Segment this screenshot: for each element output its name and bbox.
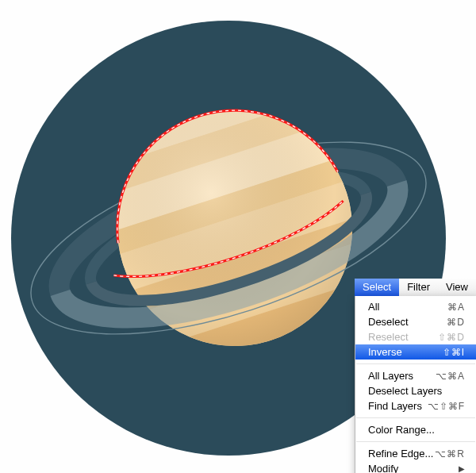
app-menubar[interactable]: SelectFilterViewWindo [355, 279, 476, 297]
menu-separator [356, 363, 475, 364]
menu-item-deselect[interactable]: Deselect ⌘D [355, 314, 476, 329]
menu-item-label: All [368, 301, 447, 313]
menu-item-label: All Layers [368, 370, 436, 382]
menu-item-refine-edge[interactable]: Refine Edge... ⌥⌘R [355, 446, 476, 461]
menu-item-label: Reselect [368, 331, 438, 343]
menu-item-shortcut: ⌘A [447, 302, 465, 313]
menu-item-modify[interactable]: Modify ▶ [355, 461, 476, 473]
menu-item-label: Find Layers [368, 400, 428, 412]
menu-item-all[interactable]: All ⌘A [355, 299, 476, 314]
menu-item-deselect-layers[interactable]: Deselect Layers [355, 383, 476, 398]
menu-filter[interactable]: Filter [399, 279, 438, 296]
menu-item-shortcut: ⌥⌘A [436, 371, 465, 382]
menu-item-all-layers[interactable]: All Layers ⌥⌘A [355, 368, 476, 383]
menu-item-shortcut: ⇧⌘I [443, 347, 465, 358]
menu-item-label: Deselect Layers [368, 385, 465, 397]
menu-item-label: Refine Edge... [368, 448, 435, 460]
menu-separator [356, 441, 475, 442]
menu-item-shortcut: ⇧⌘D [438, 332, 465, 343]
menu-view[interactable]: View [438, 279, 476, 296]
menu-item-label: Inverse [368, 346, 443, 358]
menu-item-shortcut: ⌥⇧⌘F [428, 401, 465, 412]
menu-item-inverse[interactable]: Inverse ⇧⌘I [355, 344, 476, 360]
menu-item-label: Deselect [368, 316, 447, 328]
menu-item-color-range[interactable]: Color Range... [355, 422, 476, 437]
menu-item-shortcut: ⌥⌘R [435, 448, 465, 460]
menu-item-find-layers[interactable]: Find Layers ⌥⇧⌘F [355, 398, 476, 413]
menu-item-label: Modify [368, 463, 454, 473]
menu-item-label: Color Range... [368, 424, 465, 436]
menu-item-reselect: Reselect ⇧⌘D [355, 329, 476, 344]
menu-select[interactable]: Select [355, 279, 399, 296]
menu-separator [356, 417, 475, 418]
select-menu-dropdown[interactable]: All ⌘A Deselect ⌘D Reselect ⇧⌘D Inverse … [355, 296, 476, 473]
chevron-right-icon: ▶ [459, 464, 465, 473]
menu-item-shortcut: ⌘D [447, 317, 465, 328]
